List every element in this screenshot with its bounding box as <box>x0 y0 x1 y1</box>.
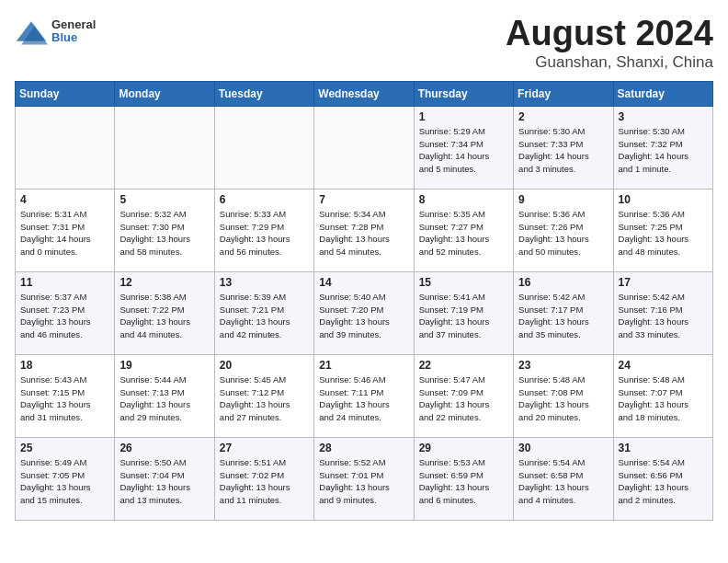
calendar-cell: 30Sunrise: 5:54 AM Sunset: 6:58 PM Dayli… <box>514 437 613 520</box>
week-row-2: 4Sunrise: 5:31 AM Sunset: 7:31 PM Daylig… <box>16 189 713 271</box>
calendar-cell: 11Sunrise: 5:37 AM Sunset: 7:23 PM Dayli… <box>16 271 115 354</box>
col-sunday: Sunday <box>16 81 115 106</box>
calendar-cell: 23Sunrise: 5:48 AM Sunset: 7:08 PM Dayli… <box>514 354 613 437</box>
day-info: Sunrise: 5:41 AM Sunset: 7:19 PM Dayligh… <box>419 291 508 341</box>
day-info: Sunrise: 5:52 AM Sunset: 7:01 PM Dayligh… <box>319 456 408 507</box>
day-info: Sunrise: 5:32 AM Sunset: 7:30 PM Dayligh… <box>119 208 209 259</box>
calendar-cell: 3Sunrise: 5:30 AM Sunset: 7:32 PM Daylig… <box>613 106 712 189</box>
day-info: Sunrise: 5:45 AM Sunset: 7:12 PM Dayligh… <box>220 373 309 424</box>
calendar-cell <box>16 106 115 189</box>
day-info: Sunrise: 5:49 AM Sunset: 7:05 PM Dayligh… <box>20 456 109 507</box>
calendar-table: Sunday Monday Tuesday Wednesday Thursday… <box>15 81 713 521</box>
day-info: Sunrise: 5:37 AM Sunset: 7:23 PM Dayligh… <box>20 291 109 341</box>
calendar-cell: 19Sunrise: 5:44 AM Sunset: 7:13 PM Dayli… <box>115 354 214 437</box>
day-info: Sunrise: 5:50 AM Sunset: 7:04 PM Dayligh… <box>119 456 209 507</box>
day-number: 6 <box>220 193 309 206</box>
page-header: General Blue August 2024 Guanshan, Shanx… <box>15 15 713 72</box>
calendar-cell: 13Sunrise: 5:39 AM Sunset: 7:21 PM Dayli… <box>214 271 313 354</box>
day-number: 23 <box>518 359 608 372</box>
calendar-cell: 31Sunrise: 5:54 AM Sunset: 6:56 PM Dayli… <box>613 437 712 520</box>
day-number: 21 <box>319 359 408 372</box>
day-info: Sunrise: 5:35 AM Sunset: 7:27 PM Dayligh… <box>419 208 508 259</box>
calendar-cell: 21Sunrise: 5:46 AM Sunset: 7:11 PM Dayli… <box>314 354 414 437</box>
col-saturday: Saturday <box>613 81 712 106</box>
col-wednesday: Wednesday <box>314 81 414 106</box>
week-row-3: 11Sunrise: 5:37 AM Sunset: 7:23 PM Dayli… <box>16 271 713 354</box>
day-number: 16 <box>518 276 608 289</box>
col-thursday: Thursday <box>414 81 513 106</box>
day-number: 7 <box>319 193 408 206</box>
calendar-cell: 17Sunrise: 5:42 AM Sunset: 7:16 PM Dayli… <box>613 271 712 354</box>
calendar-cell: 8Sunrise: 5:35 AM Sunset: 7:27 PM Daylig… <box>414 189 513 271</box>
day-number: 28 <box>319 442 408 454</box>
calendar-cell: 22Sunrise: 5:47 AM Sunset: 7:09 PM Dayli… <box>414 354 513 437</box>
day-number: 10 <box>619 193 708 206</box>
calendar-cell: 24Sunrise: 5:48 AM Sunset: 7:07 PM Dayli… <box>613 354 712 437</box>
calendar-cell: 4Sunrise: 5:31 AM Sunset: 7:31 PM Daylig… <box>16 189 115 271</box>
day-number: 29 <box>419 442 508 454</box>
day-number: 2 <box>518 110 608 123</box>
week-row-4: 18Sunrise: 5:43 AM Sunset: 7:15 PM Dayli… <box>16 354 713 437</box>
calendar-cell: 20Sunrise: 5:45 AM Sunset: 7:12 PM Dayli… <box>214 354 313 437</box>
day-number: 24 <box>619 359 708 372</box>
day-number: 12 <box>119 276 209 289</box>
day-number: 22 <box>419 359 508 372</box>
calendar-cell: 7Sunrise: 5:34 AM Sunset: 7:28 PM Daylig… <box>314 189 414 271</box>
day-info: Sunrise: 5:43 AM Sunset: 7:15 PM Dayligh… <box>20 373 109 424</box>
calendar-cell <box>115 106 214 189</box>
location-title: Guanshan, Shanxi, China <box>506 53 713 72</box>
day-info: Sunrise: 5:46 AM Sunset: 7:11 PM Dayligh… <box>319 373 408 424</box>
col-monday: Monday <box>115 81 214 106</box>
calendar-cell: 29Sunrise: 5:53 AM Sunset: 6:59 PM Dayli… <box>414 437 513 520</box>
day-info: Sunrise: 5:39 AM Sunset: 7:21 PM Dayligh… <box>220 291 309 341</box>
calendar-body: 1Sunrise: 5:29 AM Sunset: 7:34 PM Daylig… <box>16 106 713 520</box>
day-info: Sunrise: 5:42 AM Sunset: 7:17 PM Dayligh… <box>518 291 608 341</box>
day-number: 26 <box>119 442 209 454</box>
calendar-cell: 14Sunrise: 5:40 AM Sunset: 7:20 PM Dayli… <box>314 271 414 354</box>
day-info: Sunrise: 5:48 AM Sunset: 7:07 PM Dayligh… <box>619 373 708 424</box>
day-number: 19 <box>119 359 209 372</box>
logo: General Blue <box>15 15 96 48</box>
calendar-cell: 10Sunrise: 5:36 AM Sunset: 7:25 PM Dayli… <box>613 189 712 271</box>
logo-blue: Blue <box>51 30 77 44</box>
day-info: Sunrise: 5:29 AM Sunset: 7:34 PM Dayligh… <box>419 125 508 176</box>
calendar-cell: 12Sunrise: 5:38 AM Sunset: 7:22 PM Dayli… <box>115 271 214 354</box>
calendar-cell <box>314 106 414 189</box>
day-number: 1 <box>419 110 508 123</box>
calendar-cell: 6Sunrise: 5:33 AM Sunset: 7:29 PM Daylig… <box>214 189 313 271</box>
day-info: Sunrise: 5:34 AM Sunset: 7:28 PM Dayligh… <box>319 208 408 259</box>
logo-icon <box>15 15 48 48</box>
calendar-cell: 2Sunrise: 5:30 AM Sunset: 7:33 PM Daylig… <box>514 106 613 189</box>
day-number: 11 <box>20 276 109 289</box>
week-row-1: 1Sunrise: 5:29 AM Sunset: 7:34 PM Daylig… <box>16 106 713 189</box>
day-info: Sunrise: 5:36 AM Sunset: 7:25 PM Dayligh… <box>619 208 708 259</box>
day-number: 15 <box>419 276 508 289</box>
day-number: 8 <box>419 193 508 206</box>
calendar-header: Sunday Monday Tuesday Wednesday Thursday… <box>16 81 713 106</box>
calendar-cell: 28Sunrise: 5:52 AM Sunset: 7:01 PM Dayli… <box>314 437 414 520</box>
calendar-cell: 27Sunrise: 5:51 AM Sunset: 7:02 PM Dayli… <box>214 437 313 520</box>
day-number: 4 <box>20 193 109 206</box>
day-number: 3 <box>619 110 708 123</box>
calendar-cell: 9Sunrise: 5:36 AM Sunset: 7:26 PM Daylig… <box>514 189 613 271</box>
day-info: Sunrise: 5:42 AM Sunset: 7:16 PM Dayligh… <box>619 291 708 341</box>
day-info: Sunrise: 5:44 AM Sunset: 7:13 PM Dayligh… <box>119 373 209 424</box>
day-number: 30 <box>518 442 608 454</box>
day-number: 25 <box>20 442 109 454</box>
day-number: 31 <box>619 442 708 454</box>
col-friday: Friday <box>514 81 613 106</box>
day-info: Sunrise: 5:38 AM Sunset: 7:22 PM Dayligh… <box>119 291 209 341</box>
day-info: Sunrise: 5:48 AM Sunset: 7:08 PM Dayligh… <box>518 373 608 424</box>
logo-general: General <box>51 17 96 31</box>
title-block: August 2024 Guanshan, Shanxi, China <box>506 15 713 72</box>
day-number: 27 <box>220 442 309 454</box>
day-info: Sunrise: 5:54 AM Sunset: 6:56 PM Dayligh… <box>619 456 708 507</box>
col-tuesday: Tuesday <box>214 81 313 106</box>
header-row: Sunday Monday Tuesday Wednesday Thursday… <box>16 81 713 106</box>
day-number: 9 <box>518 193 608 206</box>
day-number: 18 <box>20 359 109 372</box>
day-info: Sunrise: 5:30 AM Sunset: 7:33 PM Dayligh… <box>518 125 608 176</box>
day-number: 20 <box>220 359 309 372</box>
day-info: Sunrise: 5:54 AM Sunset: 6:58 PM Dayligh… <box>518 456 608 507</box>
day-number: 17 <box>619 276 708 289</box>
